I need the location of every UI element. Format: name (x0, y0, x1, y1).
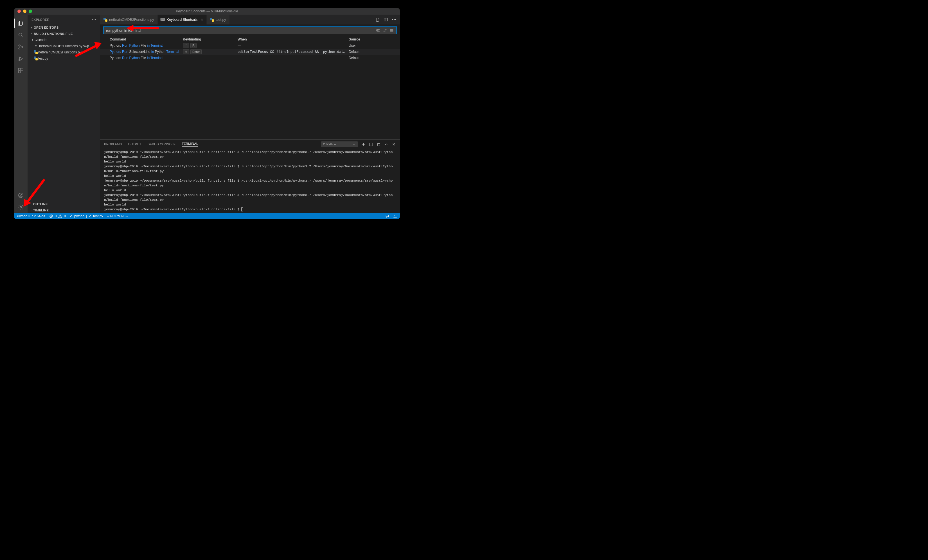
kb-keys: ⌃R (183, 43, 238, 48)
close-tab-icon[interactable]: × (201, 18, 203, 21)
account-icon (18, 192, 24, 198)
tab-strip: netbrainCMDB2Functions.py⌨Keyboard Short… (100, 15, 400, 24)
status-python[interactable]: Python 3.7.2 64-bit (17, 214, 45, 218)
svg-point-11 (20, 194, 21, 196)
file-label: netbrainCMDB2Functions.py (38, 50, 81, 54)
keybinding-row[interactable]: Python: Run Python File in Terminal—Defa… (100, 55, 400, 61)
activity-explorer[interactable] (14, 17, 27, 29)
terminal-output[interactable]: jemurray@mbp-2019:~/Documents/src/wustlP… (100, 149, 400, 213)
python-file-icon (210, 18, 214, 21)
python-file-icon (104, 18, 107, 21)
activity-extensions[interactable] (14, 65, 27, 76)
terminal-select[interactable]: 2: Python ⌄ (321, 141, 358, 147)
feedback-icon[interactable] (385, 214, 389, 218)
activity-debug[interactable] (14, 53, 27, 65)
activity-scm[interactable] (14, 41, 27, 53)
svg-point-2 (18, 45, 20, 46)
kb-header-when[interactable]: When (238, 37, 349, 41)
file-item[interactable]: test.py (27, 55, 100, 61)
sidebar-title-row: EXPLORER ••• (27, 15, 100, 24)
kb-when: — (238, 56, 349, 60)
panel-tab-problems[interactable]: PROBLEMS (104, 142, 122, 146)
split-editor-icon[interactable] (383, 17, 388, 22)
svg-point-34 (60, 217, 61, 217)
open-json-icon[interactable] (375, 17, 380, 22)
status-linter[interactable]: ✓python | ✓test.py (70, 214, 103, 218)
window-title: Keyboard Shortcuts — build-functions-fil… (14, 9, 400, 13)
kb-source: Default (349, 56, 400, 60)
sidebar-title: EXPLORER (32, 18, 49, 21)
file-icon: ≡ (33, 44, 38, 48)
kb-when: editorTextFocus && !findInputFocussed &&… (238, 50, 349, 54)
file-item[interactable]: ›.vscode (27, 37, 100, 43)
panel-tabs: PROBLEMS OUTPUT DEBUG CONSOLE TERMINAL 2… (100, 140, 400, 149)
editor-more-icon[interactable]: ••• (392, 18, 397, 21)
file-item[interactable]: netbrainCMDB2Functions.py (27, 49, 100, 55)
svg-marker-5 (20, 57, 23, 61)
kb-header-row: Command Keybinding When Source (100, 36, 400, 43)
panel-tab-terminal[interactable]: TERMINAL (182, 142, 198, 147)
kb-command: Python: Run Selection/Line in Python Ter… (110, 50, 183, 54)
record-keys-icon[interactable] (376, 28, 380, 33)
chevron-right-icon: › (29, 202, 33, 206)
outline-section[interactable]: › OUTLINE (27, 201, 100, 207)
editor-tab[interactable]: netbrainCMDB2Functions.py (100, 15, 158, 24)
keyboard-icon: ⌨ (161, 18, 165, 21)
warning-icon (58, 214, 62, 218)
sidebar-more-icon[interactable]: ••• (92, 18, 96, 21)
keyboard-shortcuts-editor: Command Keybinding When Source Python: R… (100, 24, 400, 139)
chevron-down-icon: ⌄ (353, 143, 355, 146)
activity-accounts[interactable] (14, 189, 27, 201)
activity-search[interactable] (14, 29, 27, 41)
source-control-icon (18, 44, 24, 50)
status-bar: Python 3.7.2 64-bit 0 0 ✓python | ✓test.… (14, 213, 400, 219)
maximize-panel-icon[interactable] (384, 142, 388, 146)
debug-icon (18, 56, 24, 62)
activity-settings[interactable] (14, 201, 27, 213)
python-file-icon (33, 56, 38, 60)
editor-actions: ••• (375, 15, 400, 24)
kill-terminal-icon[interactable] (377, 142, 381, 146)
keybinding-row[interactable]: Python: Run Selection/Line in Python Ter… (100, 49, 400, 55)
open-editors-section[interactable]: › OPEN EDITORS (27, 24, 100, 31)
clear-search-icon[interactable] (389, 28, 394, 33)
editor-tab[interactable]: ⌨Keyboard Shortcuts× (158, 15, 207, 24)
keybinding-row[interactable]: Python: Run Python File in Terminal⌃R—Us… (100, 43, 400, 49)
kb-source: Default (349, 50, 400, 54)
search-icon (18, 32, 24, 38)
timeline-section[interactable]: › TIMELINE (27, 207, 100, 213)
panel-tab-debug[interactable]: DEBUG CONSOLE (148, 142, 176, 146)
kb-source: User (349, 44, 400, 47)
close-panel-icon[interactable] (392, 142, 396, 146)
keybinding-search-input[interactable] (106, 28, 376, 33)
svg-rect-7 (18, 68, 21, 70)
python-file-icon (33, 50, 38, 54)
kb-command: Python: Run Python File in Terminal (110, 56, 183, 60)
notifications-icon[interactable] (393, 214, 397, 218)
svg-line-1 (21, 36, 23, 38)
extensions-icon (18, 67, 24, 74)
panel: PROBLEMS OUTPUT DEBUG CONSOLE TERMINAL 2… (100, 139, 400, 213)
kb-command: Python: Run Python File in Terminal (110, 44, 183, 47)
svg-point-0 (19, 33, 22, 36)
tab-label: netbrainCMDB2Functions.py (109, 18, 154, 21)
files-icon (18, 20, 24, 26)
kb-header-keybinding[interactable]: Keybinding (183, 37, 238, 41)
kb-header-source[interactable]: Source (349, 37, 400, 41)
svg-rect-9 (18, 71, 21, 73)
file-item[interactable]: ≡.netbrainCMDB2Functions.py.swp (27, 43, 100, 49)
keybinding-search (104, 27, 397, 34)
svg-point-12 (20, 206, 21, 208)
new-terminal-icon[interactable] (361, 142, 366, 146)
kb-header-command[interactable]: Command (110, 37, 183, 41)
activity-bar (14, 15, 27, 213)
sort-precedence-icon[interactable] (383, 28, 387, 33)
panel-tab-output[interactable]: OUTPUT (128, 142, 142, 146)
file-label: .vscode (35, 38, 46, 42)
tab-label: test.py (216, 18, 226, 21)
editor-tab[interactable]: test.py (207, 15, 230, 24)
folder-section[interactable]: › BUILD-FUNCTIONS-FILE (27, 31, 100, 37)
status-problems[interactable]: 0 0 (49, 214, 66, 218)
split-terminal-icon[interactable] (369, 142, 373, 146)
editor-area: netbrainCMDB2Functions.py⌨Keyboard Short… (100, 15, 400, 213)
